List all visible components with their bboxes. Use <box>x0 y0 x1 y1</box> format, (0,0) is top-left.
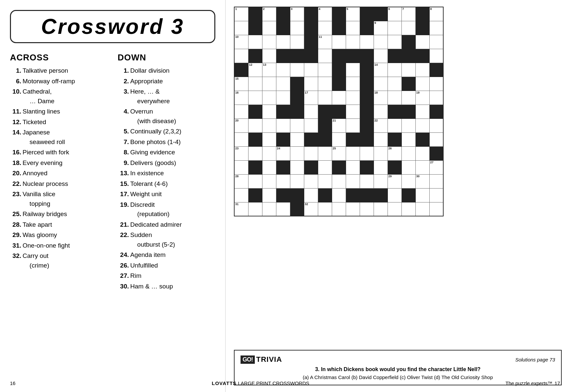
grid-cell[interactable]: 25 <box>332 146 346 160</box>
grid-cell[interactable] <box>248 118 262 132</box>
grid-cell[interactable] <box>429 202 443 216</box>
grid-cell[interactable] <box>262 91 276 105</box>
grid-cell[interactable] <box>346 160 360 174</box>
grid-cell[interactable] <box>346 21 360 35</box>
grid-cell[interactable] <box>332 174 346 188</box>
grid-cell[interactable] <box>415 202 429 216</box>
grid-cell[interactable]: 7 <box>401 7 415 21</box>
grid-cell[interactable] <box>332 202 346 216</box>
grid-cell[interactable] <box>248 77 262 91</box>
grid-cell[interactable] <box>318 21 332 35</box>
grid-cell[interactable] <box>346 77 360 91</box>
grid-cell[interactable] <box>388 202 401 216</box>
grid-cell[interactable] <box>388 118 401 132</box>
grid-cell[interactable] <box>304 174 318 188</box>
grid-cell[interactable] <box>276 91 290 105</box>
grid-cell[interactable] <box>318 202 332 216</box>
grid-cell[interactable] <box>276 35 290 49</box>
grid-cell[interactable]: 24 <box>276 146 290 160</box>
grid-cell[interactable] <box>346 146 360 160</box>
grid-cell[interactable]: 3 <box>290 7 304 21</box>
grid-cell[interactable] <box>346 105 360 118</box>
grid-cell[interactable] <box>262 49 276 63</box>
grid-cell[interactable] <box>374 174 388 188</box>
grid-cell[interactable] <box>304 146 318 160</box>
grid-cell[interactable] <box>401 63 415 77</box>
grid-cell[interactable] <box>248 35 262 49</box>
grid-cell[interactable]: 16 <box>234 91 248 105</box>
grid-cell[interactable]: 1 <box>234 7 248 21</box>
grid-cell[interactable] <box>429 35 443 49</box>
grid-cell[interactable]: 30 <box>415 174 429 188</box>
grid-cell[interactable]: 28 <box>234 174 248 188</box>
grid-cell[interactable] <box>346 91 360 105</box>
grid-cell[interactable]: 23 <box>234 146 248 160</box>
grid-cell[interactable] <box>388 77 401 91</box>
grid-cell[interactable] <box>304 188 318 202</box>
grid-cell[interactable]: 21 <box>332 118 346 132</box>
grid-cell[interactable] <box>429 91 443 105</box>
grid-cell[interactable] <box>429 132 443 146</box>
grid-cell[interactable]: 19 <box>415 91 429 105</box>
grid-cell[interactable] <box>290 63 304 77</box>
grid-cell[interactable] <box>304 105 318 118</box>
grid-cell[interactable] <box>388 188 401 202</box>
grid-cell[interactable] <box>262 202 276 216</box>
grid-cell[interactable] <box>401 132 415 146</box>
grid-cell[interactable]: 8 <box>429 7 443 21</box>
grid-cell[interactable] <box>374 35 388 49</box>
grid-cell[interactable] <box>415 160 429 174</box>
grid-cell[interactable]: 17 <box>304 91 318 105</box>
grid-cell[interactable] <box>429 174 443 188</box>
grid-cell[interactable] <box>276 77 290 91</box>
grid-cell[interactable] <box>346 118 360 132</box>
grid-cell[interactable] <box>262 174 276 188</box>
grid-cell[interactable] <box>290 174 304 188</box>
grid-cell[interactable] <box>360 174 374 188</box>
grid-cell[interactable] <box>290 21 304 35</box>
grid-cell[interactable] <box>332 188 346 202</box>
grid-cell[interactable]: 9 <box>374 21 388 35</box>
grid-cell[interactable]: 20 <box>234 118 248 132</box>
grid-cell[interactable] <box>290 118 304 132</box>
grid-cell[interactable] <box>360 202 374 216</box>
grid-cell[interactable] <box>276 202 290 216</box>
grid-cell[interactable]: 26 <box>388 146 401 160</box>
grid-cell[interactable] <box>401 202 415 216</box>
grid-cell[interactable] <box>290 35 304 49</box>
grid-cell[interactable] <box>318 77 332 91</box>
grid-cell[interactable] <box>374 105 388 118</box>
grid-cell[interactable] <box>401 160 415 174</box>
grid-cell[interactable] <box>374 132 388 146</box>
grid-cell[interactable] <box>429 118 443 132</box>
grid-cell[interactable] <box>374 146 388 160</box>
grid-cell[interactable] <box>429 77 443 91</box>
grid-cell[interactable] <box>318 146 332 160</box>
grid-cell[interactable] <box>401 174 415 188</box>
grid-cell[interactable] <box>429 21 443 35</box>
grid-cell[interactable] <box>276 63 290 77</box>
grid-cell[interactable] <box>318 174 332 188</box>
grid-cell[interactable] <box>415 35 429 49</box>
grid-cell[interactable] <box>262 188 276 202</box>
grid-cell[interactable] <box>415 105 429 118</box>
grid-cell[interactable] <box>415 63 429 77</box>
grid-cell[interactable] <box>304 63 318 77</box>
grid-cell[interactable] <box>262 35 276 49</box>
grid-cell[interactable]: 12 <box>248 63 262 77</box>
grid-cell[interactable]: 18 <box>374 91 388 105</box>
grid-cell[interactable] <box>304 118 318 132</box>
grid-cell[interactable] <box>318 63 332 77</box>
grid-cell[interactable]: 27 <box>429 160 443 174</box>
grid-cell[interactable]: 5 <box>346 7 360 21</box>
grid-cell[interactable] <box>318 91 332 105</box>
grid-cell[interactable] <box>415 188 429 202</box>
grid-cell[interactable] <box>262 160 276 174</box>
grid-cell[interactable] <box>304 77 318 91</box>
grid-cell[interactable] <box>262 118 276 132</box>
grid-cell[interactable] <box>401 118 415 132</box>
grid-cell[interactable] <box>234 49 248 63</box>
grid-cell[interactable] <box>318 49 332 63</box>
grid-cell[interactable] <box>388 35 401 49</box>
grid-cell[interactable] <box>429 49 443 63</box>
